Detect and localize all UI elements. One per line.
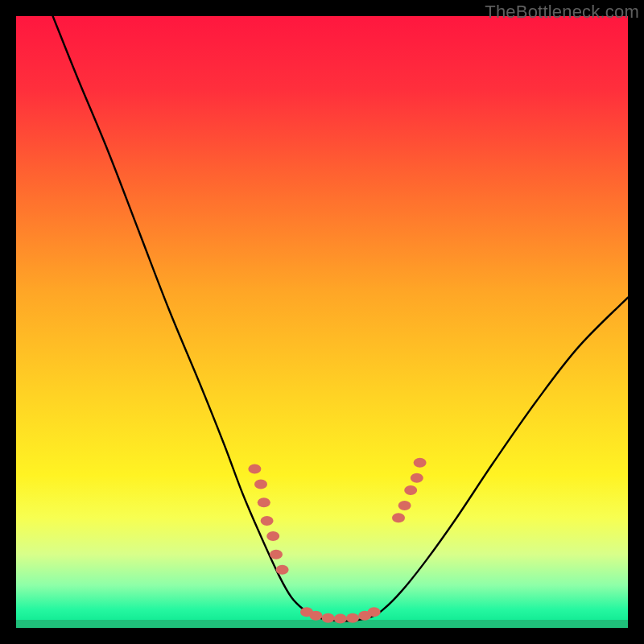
chart-marker <box>309 611 322 621</box>
chart-background <box>16 16 628 628</box>
chart-marker <box>398 501 411 510</box>
chart-marker <box>334 614 347 624</box>
chart-marker <box>261 516 274 526</box>
chart-marker <box>411 473 423 483</box>
chart-marker <box>248 464 261 473</box>
chart-marker <box>266 531 279 541</box>
chart-marker <box>414 458 427 468</box>
watermark-text: TheBottleneck.com <box>485 2 639 23</box>
chart-marker <box>346 613 359 623</box>
chart-marker <box>404 485 417 495</box>
chart-marker <box>368 607 381 617</box>
chart-marker <box>258 497 270 507</box>
chart-marker <box>276 565 289 575</box>
chart-marker <box>322 613 335 623</box>
chart-frame <box>16 16 628 628</box>
chart-marker <box>254 479 267 489</box>
chart-marker <box>270 550 283 559</box>
chart-svg <box>16 16 628 628</box>
chart-marker <box>392 513 405 522</box>
chart-bottom-band <box>16 620 628 628</box>
